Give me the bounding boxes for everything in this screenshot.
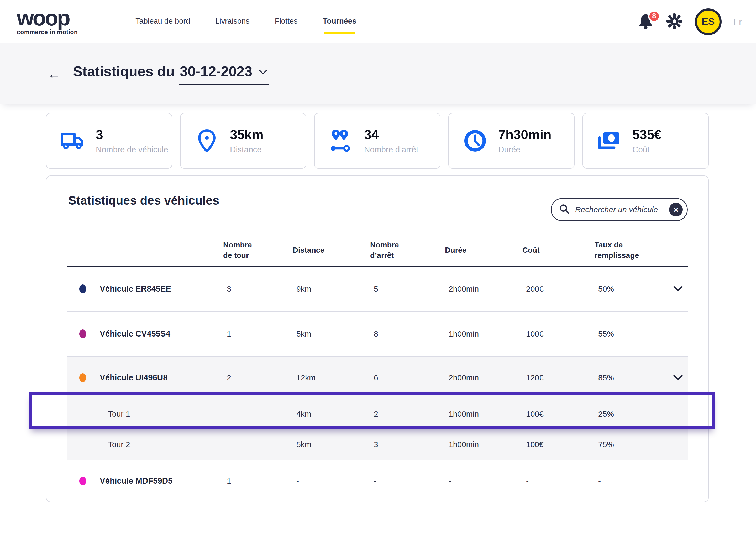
woop-logo-tagline: commerce in motion: [17, 28, 78, 36]
language-selector[interactable]: Fr: [734, 17, 742, 27]
page-header-band: ← Statistiques du 30-12-2023: [0, 43, 756, 104]
kpi-label-cost: Coût: [632, 145, 661, 154]
cell-cost: 200€: [522, 285, 594, 294]
vehicle-color-dot: [79, 329, 86, 338]
column-header-cost: Coût: [522, 245, 594, 255]
expand-chevron-icon[interactable]: [673, 286, 688, 292]
woop-logo-wordmark: woop: [17, 8, 78, 28]
vehicle-name: Véhicule ER845EE: [100, 284, 171, 294]
clock-icon: [462, 129, 488, 152]
page-title-prefix: Statistiques du: [73, 63, 174, 79]
vehicle-name: Véhicule CV455S4: [100, 329, 170, 339]
cell-tours: 3: [223, 285, 293, 294]
main-nav: Tableau de bord Livraisons Flottes Tourn…: [135, 17, 356, 27]
table-row-vehicle-CV455S4[interactable]: Véhicule CV455S4 1 5km 8 1h00min 100€ 55…: [68, 311, 688, 356]
column-header-tours: Nombre de tour: [223, 240, 293, 261]
table-row-vehicle-ER845EE[interactable]: Véhicule ER845EE 3 9km 5 2h00min 200€ 50…: [68, 267, 688, 311]
search-icon: [559, 204, 570, 216]
kpi-label-distance: Distance: [230, 145, 263, 154]
cell-tours: 1: [223, 476, 293, 485]
gear-icon: [666, 13, 683, 31]
notification-badge: 8: [648, 10, 660, 22]
cell-duration: 1h00min: [445, 409, 522, 418]
selected-date: 30-12-2023: [180, 63, 252, 79]
banknote-icon: [596, 131, 622, 151]
top-navigation-bar: woop commerce in motion Tableau de bord …: [0, 0, 756, 43]
vehicle-color-dot: [79, 476, 86, 485]
vehicle-search[interactable]: ×: [551, 198, 688, 221]
avatar-initials: ES: [702, 16, 715, 27]
nav-item-flottes[interactable]: Flottes: [275, 17, 298, 27]
cell-fill-rate: 85%: [594, 373, 673, 382]
cell-duration: 2h00min: [445, 285, 522, 294]
nav-item-tournees[interactable]: Tournées: [323, 17, 356, 27]
cell-fill-rate: 55%: [594, 329, 673, 338]
tour-name: Tour 2: [68, 440, 223, 449]
cell-distance: 12km: [293, 373, 370, 382]
cell-fill-rate: 75%: [594, 440, 673, 449]
table-row-vehicle-UI496U8[interactable]: Véhicule UI496U8 2 12km 6 2h00min 120€ 8…: [68, 357, 688, 399]
avatar[interactable]: ES: [695, 8, 722, 35]
kpi-value-duration: 7h30min: [498, 128, 551, 141]
cell-distance: 9km: [293, 285, 370, 294]
column-header-stops: Nombre d’arrêt: [370, 240, 445, 261]
cell-cost: -: [522, 476, 594, 485]
kpi-value-vehicles: 3: [96, 128, 168, 141]
vehicle-name: Véhicule MDF59D5: [100, 476, 172, 486]
column-header-duration: Durée: [445, 245, 522, 255]
kpi-value-cost: 535€: [632, 128, 661, 141]
table-title: Statistiques des véhicules: [68, 193, 219, 207]
kpi-label-stops: Nombre d’arrêt: [364, 145, 418, 154]
cell-distance: -: [293, 476, 370, 485]
kpi-value-distance: 35km: [230, 128, 263, 141]
vehicle-color-dot: [79, 373, 86, 382]
bell-icon: [638, 26, 653, 30]
table-header-row: Nombre de tour Distance Nombre d’arrêt D…: [68, 234, 688, 266]
clear-search-button[interactable]: ×: [669, 203, 683, 216]
cell-stops: 6: [370, 373, 445, 382]
notifications-button[interactable]: 8: [638, 13, 654, 30]
stops-route-icon: [328, 129, 354, 153]
search-input[interactable]: [575, 205, 669, 214]
cell-distance: 5km: [293, 440, 370, 449]
cell-cost: 100€: [522, 409, 594, 418]
table-row-tour-2[interactable]: Tour 2 5km 3 1h00min 100€ 75%: [68, 429, 688, 460]
tour-name: Tour 1: [68, 409, 223, 418]
cell-fill-rate: 25%: [594, 409, 673, 418]
cell-tours: 2: [223, 373, 293, 382]
column-header-distance: Distance: [293, 245, 370, 255]
cell-distance: 5km: [293, 329, 370, 338]
expanded-vehicle-group: Véhicule UI496U8 2 12km 6 2h00min 120€ 8…: [68, 357, 688, 460]
table-row-tour-1[interactable]: Tour 1 4km 2 1h00min 100€ 25%: [68, 399, 688, 429]
nav-item-tableau-de-bord[interactable]: Tableau de bord: [135, 17, 190, 27]
settings-button[interactable]: [666, 13, 683, 31]
cell-duration: -: [445, 476, 522, 485]
cell-stops: 2: [370, 409, 445, 418]
cell-cost: 120€: [522, 373, 594, 382]
back-button[interactable]: ←: [47, 67, 61, 81]
cell-distance: 4km: [293, 409, 370, 418]
cell-duration: 1h00min: [445, 440, 522, 449]
column-header-fill-rate: Taux de remplissage: [594, 240, 673, 261]
date-selector[interactable]: 30-12-2023: [179, 63, 269, 84]
close-icon: ×: [673, 205, 679, 214]
cell-stops: 3: [370, 440, 445, 449]
vehicle-statistics-card: Statistiques des véhicules × Nombre de t…: [46, 176, 709, 502]
cell-stops: 5: [370, 285, 445, 294]
kpi-card-stops: 34 Nombre d’arrêt: [314, 113, 441, 169]
kpi-card-cost: 535€ Coût: [583, 113, 709, 169]
page-title: Statistiques du 30-12-2023: [73, 63, 269, 84]
cell-cost: 100€: [522, 329, 594, 338]
vehicle-name: Véhicule UI496U8: [100, 373, 167, 383]
vehicle-table: Nombre de tour Distance Nombre d’arrêt D…: [68, 234, 688, 502]
table-row-vehicle-MDF59D5[interactable]: Véhicule MDF59D5 1 - - - - -: [68, 460, 688, 502]
kpi-label-vehicles: Nombre de véhicule: [96, 145, 168, 154]
chevron-down-icon: [259, 67, 267, 75]
cell-fill-rate: 50%: [594, 285, 673, 294]
collapse-chevron-icon[interactable]: [673, 375, 688, 381]
location-pin-icon: [194, 129, 220, 152]
kpi-label-duration: Durée: [498, 145, 551, 154]
cell-duration: 2h00min: [445, 373, 522, 382]
woop-logo[interactable]: woop commerce in motion: [17, 8, 78, 36]
nav-item-livraisons[interactable]: Livraisons: [215, 17, 250, 27]
